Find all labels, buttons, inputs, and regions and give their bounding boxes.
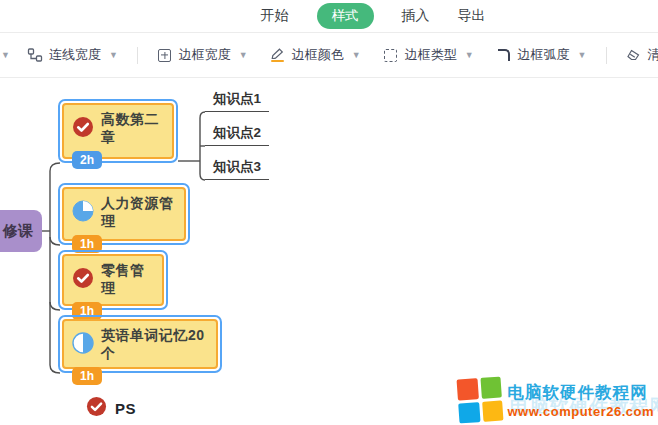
chevron-down-icon: ▼: [578, 50, 587, 60]
topic-label: 英语单词记忆20个: [101, 327, 208, 363]
floating-topic-label: PS: [115, 400, 136, 417]
border-color-icon: [270, 47, 286, 63]
toolbar-item-label: 边框宽度: [179, 46, 231, 64]
check-done-icon: [72, 267, 94, 293]
chevron-down-icon: ▼: [352, 50, 361, 60]
toolbar-item-border-radius[interactable]: 边框弧度 ▼: [490, 41, 593, 69]
line-width-icon: [27, 47, 43, 63]
duration-badge: 2h: [72, 151, 102, 169]
toolbar-overflow-caret[interactable]: ▼: [1, 50, 10, 60]
style-toolbar: ▼ 连线宽度 ▼ 边框宽度 ▼ 边框颜色 ▼: [0, 33, 658, 78]
toolbar-item-line-width[interactable]: 连线宽度 ▼: [21, 41, 124, 69]
toolbar-item-label: 边框颜色: [292, 46, 344, 64]
topic-label: 人力资源管理: [101, 195, 176, 231]
border-width-icon: [157, 47, 173, 63]
menu-item-start[interactable]: 开始: [261, 7, 289, 25]
progress-75-icon: [72, 200, 94, 226]
topic-label: 高数第二章: [101, 111, 164, 147]
subtopic-label: 知识点3: [213, 159, 261, 174]
topic-label: 零售管理: [101, 262, 154, 298]
toolbar-item-label: 边框类型: [405, 46, 457, 64]
topic-node-lingshou[interactable]: 零售管理 1h: [58, 250, 168, 310]
toolbar-item-clear-style[interactable]: 清除样式: [620, 41, 658, 69]
floating-topic-ps[interactable]: PS: [86, 396, 136, 421]
toolbar-divider: [137, 47, 138, 64]
topic-node-renli[interactable]: 人力资源管理 1h: [58, 183, 190, 245]
topic-node-yingyu[interactable]: 英语单词记忆20个 1h: [58, 315, 222, 373]
chevron-down-icon: ▼: [109, 50, 118, 60]
subtopic-node-3[interactable]: 知识点3: [205, 158, 269, 180]
topic-node-gaoshu[interactable]: 高数第二章 2h: [58, 99, 178, 163]
mindmap-app: 开始 样式 插入 导出 ▼ 连线宽度 ▼ 边框宽度 ▼: [0, 0, 658, 425]
toolbar-item-border-width[interactable]: 边框宽度 ▼: [151, 41, 254, 69]
menu-bar: 开始 样式 插入 导出: [0, 0, 658, 33]
duration-badge: 1h: [72, 367, 102, 385]
toolbar-item-border-type[interactable]: 边框类型 ▼: [377, 41, 480, 69]
border-radius-icon: [496, 47, 512, 63]
root-topic-node[interactable]: 修课: [0, 210, 42, 252]
toolbar-divider: [606, 47, 607, 64]
mindmap-canvas[interactable]: 修课 高数第二章 2h 知识点1 知识点2 知识点3: [0, 79, 658, 425]
border-type-icon: [383, 47, 399, 63]
subtopic-node-1[interactable]: 知识点1: [205, 90, 269, 112]
toolbar-item-label: 连线宽度: [49, 46, 101, 64]
subtopic-label: 知识点1: [213, 91, 261, 106]
toolbar-item-label: 清除样式: [648, 46, 658, 64]
check-done-icon: [72, 116, 94, 142]
clear-style-icon: [626, 47, 642, 63]
toolbar-item-border-color[interactable]: 边框颜色 ▼: [264, 41, 367, 69]
chevron-down-icon: ▼: [239, 50, 248, 60]
subtopic-label: 知识点2: [213, 125, 261, 140]
root-topic-label: 修课: [3, 222, 33, 241]
subtopic-node-2[interactable]: 知识点2: [205, 124, 269, 146]
menu-item-export[interactable]: 导出: [458, 7, 486, 25]
chevron-down-icon: ▼: [465, 50, 474, 60]
progress-50-icon: [72, 332, 94, 358]
menu-item-style[interactable]: 样式: [317, 3, 374, 29]
menu-item-insert[interactable]: 插入: [402, 7, 430, 25]
check-done-icon: [86, 396, 107, 421]
toolbar-item-label: 边框弧度: [518, 46, 570, 64]
